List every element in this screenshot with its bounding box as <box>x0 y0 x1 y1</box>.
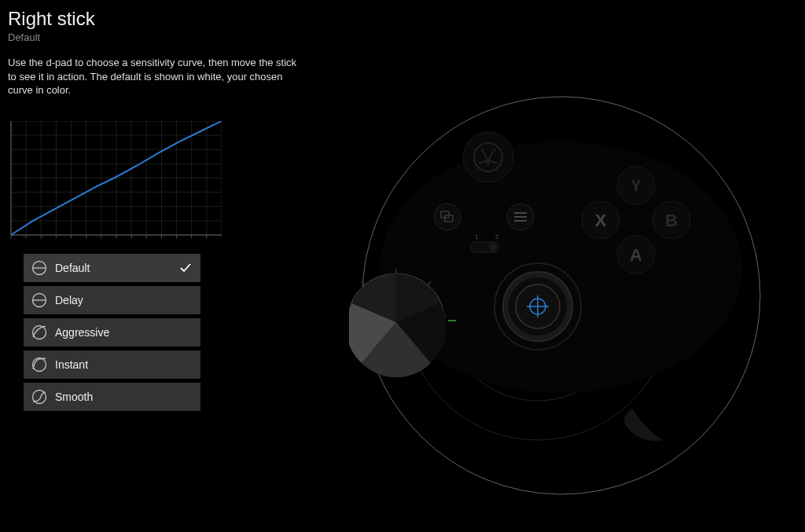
curve-option-aggressive[interactable]: Aggressive <box>24 318 200 347</box>
svg-point-46 <box>463 132 513 182</box>
curve-option-delay[interactable]: Delay <box>24 286 200 314</box>
svg-text:A: A <box>630 245 642 265</box>
instructions-text: Use the d-pad to choose a sensitivity cu… <box>8 56 307 97</box>
curve-aggressive-icon <box>31 325 47 340</box>
svg-text:2: 2 <box>495 233 499 240</box>
curve-option-instant[interactable]: Instant <box>24 350 200 379</box>
curve-option-label: Instant <box>55 358 193 371</box>
svg-text:X: X <box>595 211 607 230</box>
view-button-icon <box>434 204 461 230</box>
checkmark-icon <box>178 261 193 275</box>
current-curve-subtitle: Default <box>8 31 797 43</box>
right-thumbstick-icon <box>494 263 581 350</box>
x-button-icon: X <box>582 201 619 239</box>
xbox-guide-button-icon <box>463 132 513 182</box>
menu-button-icon <box>507 204 534 230</box>
curve-option-smooth[interactable]: Smooth <box>24 383 200 411</box>
y-button-icon: Y <box>617 167 655 204</box>
svg-text:Y: Y <box>630 177 641 194</box>
svg-line-77 <box>362 281 366 286</box>
curve-option-label: Delay <box>55 294 193 306</box>
svg-point-47 <box>434 204 461 230</box>
curve-default-icon <box>31 260 47 276</box>
curve-option-default[interactable]: Default <box>24 254 200 282</box>
curve-instant-icon <box>31 357 47 372</box>
svg-text:1: 1 <box>475 233 479 240</box>
curve-option-label: Aggressive <box>55 326 193 339</box>
svg-point-55 <box>489 244 497 251</box>
curve-option-label: Default <box>55 262 178 274</box>
grip-highlight-icon <box>624 409 663 441</box>
a-button-icon: A <box>617 236 655 273</box>
b-button-icon: B <box>652 201 690 239</box>
controller-visualization: 1 2 Y X B A <box>349 71 774 495</box>
curve-options-list: DefaultDelayAggressiveInstantSmooth <box>24 254 200 411</box>
sensitivity-curve-chart <box>8 121 222 243</box>
curve-delay-icon <box>31 292 47 308</box>
curve-option-label: Smooth <box>55 391 193 403</box>
page-title: Right stick <box>8 8 797 30</box>
curve-smooth-icon <box>31 389 47 405</box>
svg-point-43 <box>33 325 46 339</box>
svg-text:B: B <box>665 211 678 230</box>
